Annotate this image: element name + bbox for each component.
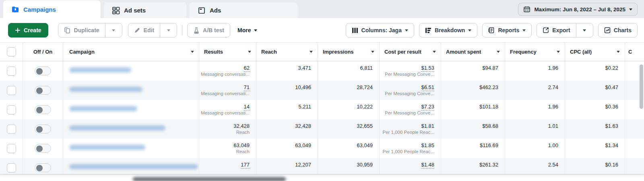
impressions-cell: 63,049	[318, 139, 380, 158]
row-checkbox[interactable]	[7, 163, 16, 173]
header-reach[interactable]: Reach	[256, 43, 318, 61]
breakdown-button[interactable]: Breakdown	[419, 23, 477, 37]
cpc-cell: $1.34	[565, 139, 625, 158]
campaign-on-off-toggle[interactable]	[35, 86, 51, 95]
campaign-name-redacted[interactable]	[69, 87, 142, 92]
amount-spent-value: $101.18	[479, 104, 498, 110]
chevron-down-icon	[583, 29, 586, 31]
row-checkbox[interactable]	[7, 86, 16, 95]
campaign-on-off-toggle[interactable]	[35, 105, 51, 114]
table-row: 14 Messaging conversati... 5,211 10,222 …	[0, 100, 644, 119]
frequency-cell: 1.96	[505, 61, 565, 81]
frequency-value: 1.00	[548, 142, 558, 148]
export-icon	[543, 27, 549, 33]
columns-button[interactable]: Columns: Jaga	[346, 23, 414, 37]
toggle-knob	[36, 68, 43, 75]
cpc-cell: $0.22	[565, 61, 625, 81]
date-range-selector[interactable]: Maximum: Jun 8, 2022 – Jul 8, 2025	[518, 3, 638, 16]
header-next-partial-label: C	[628, 49, 632, 55]
tab-ad-sets[interactable]: Ad sets	[104, 2, 186, 18]
header-campaign[interactable]: Campaign	[63, 43, 199, 61]
row-checkbox[interactable]	[7, 105, 16, 114]
ab-test-button[interactable]: A/B test	[187, 23, 230, 37]
cost-per-result-metric-label: Per 1,000 People Reac...	[383, 149, 435, 155]
sort-caret-icon	[191, 51, 194, 53]
amount-spent-value: $58.68	[482, 123, 498, 129]
row-checkbox[interactable]	[7, 67, 16, 76]
ads-frame-icon	[198, 6, 206, 15]
header-frequency[interactable]: Frequency	[505, 43, 565, 61]
header-results[interactable]: Results	[199, 43, 256, 61]
results-value: 177	[241, 162, 250, 169]
header-cpc-all[interactable]: CPC (all)	[565, 43, 625, 61]
edit-dropdown-arrow[interactable]	[160, 23, 177, 37]
duplicate-dropdown-arrow[interactable]	[105, 23, 122, 37]
export-dropdown-arrow[interactable]	[576, 23, 593, 37]
amount-spent-value: $261.32	[479, 162, 498, 168]
reach-value: 10,496	[295, 84, 311, 90]
campaign-name-redacted[interactable]	[69, 164, 198, 169]
impressions-value: 63,049	[357, 142, 373, 148]
duplicate-button[interactable]: Duplicate	[58, 23, 105, 37]
campaign-name-redacted[interactable]	[69, 67, 131, 73]
calendar-icon	[523, 6, 530, 13]
results-metric-label: Reach	[236, 129, 250, 135]
campaign-name-redacted[interactable]	[69, 145, 145, 150]
ad-sets-grid-icon	[112, 6, 120, 15]
toggle-knob	[36, 165, 43, 171]
charts-button[interactable]: Charts	[598, 23, 638, 37]
plus-icon	[15, 27, 21, 33]
sort-caret-icon	[433, 51, 436, 53]
frequency-cell: 1.01	[505, 119, 565, 139]
edit-button[interactable]: Edit	[128, 23, 160, 37]
cpc-value: $1.34	[605, 142, 618, 148]
impressions-value: 32,655	[357, 123, 373, 129]
campaign-name-cell	[63, 61, 199, 81]
row-toggle-cell	[23, 81, 63, 100]
cost-per-result-value: $1.48	[421, 162, 434, 169]
tab-ads[interactable]: Ads	[190, 2, 297, 18]
row-toggle-cell	[23, 119, 63, 139]
export-button[interactable]: Export	[537, 23, 576, 37]
header-off-on-label: Off / On	[33, 49, 53, 55]
impressions-value: 6,811	[360, 65, 373, 71]
frequency-cell: 2.74	[505, 81, 565, 100]
reach-value: 5,211	[298, 104, 311, 110]
breakdown-icon	[425, 27, 431, 33]
vertical-scrollbar-thumb[interactable]	[640, 64, 643, 109]
results-cell: 71 Messaging conversati...	[199, 81, 256, 100]
row-select-cell	[0, 61, 23, 81]
header-reach-label: Reach	[261, 49, 277, 55]
header-next-partial[interactable]: C	[625, 43, 644, 61]
select-all-checkbox[interactable]	[7, 47, 16, 56]
tab-campaigns[interactable]: Campaigns	[3, 0, 101, 18]
campaign-on-off-toggle[interactable]	[35, 144, 51, 153]
cost-per-result-cell: $6.51 Per Messaging Conve...	[380, 81, 441, 100]
header-impressions[interactable]: Impressions	[318, 43, 380, 61]
header-amount-spent[interactable]: Amount spent	[441, 43, 505, 61]
campaign-on-off-toggle[interactable]	[35, 125, 51, 133]
reach-cell: 63,049	[256, 139, 318, 158]
toolbar: Create Duplicate Edit A/B test More	[0, 18, 644, 42]
frequency-cell: 1.00	[505, 139, 565, 158]
campaign-on-off-toggle[interactable]	[35, 67, 51, 75]
more-button[interactable]: More	[233, 27, 261, 33]
create-button[interactable]: Create	[8, 23, 48, 37]
cost-per-result-value: $1.53	[421, 65, 434, 72]
reports-button[interactable]: Reports	[482, 23, 532, 37]
campaign-on-off-toggle[interactable]	[35, 163, 51, 172]
next-column-partial-cell	[625, 119, 644, 139]
sort-caret-icon	[248, 51, 251, 53]
campaign-name-redacted[interactable]	[69, 106, 137, 111]
results-value: 32,428	[233, 123, 250, 129]
cpc-value: $0.36	[605, 104, 618, 110]
row-checkbox[interactable]	[7, 125, 16, 134]
edit-label: Edit	[144, 27, 154, 33]
results-cell: 32,428 Reach	[199, 119, 256, 139]
row-checkbox[interactable]	[7, 144, 16, 153]
header-cost-per-result[interactable]: Cost per result	[380, 43, 441, 61]
campaign-name-redacted[interactable]	[69, 125, 165, 131]
results-value: 71	[244, 84, 250, 91]
results-metric-label: Messaging conversati...	[201, 71, 250, 77]
reach-value: 3,471	[298, 65, 311, 71]
